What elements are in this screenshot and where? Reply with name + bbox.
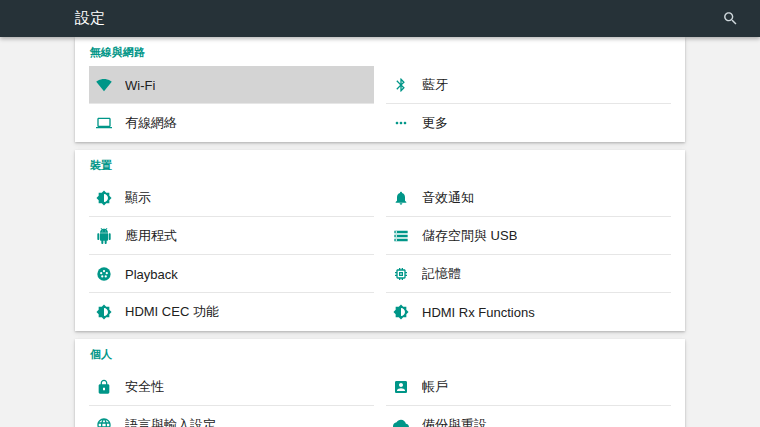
settings-item-label: 音效通知 [422, 189, 474, 207]
settings-item[interactable]: 帳戶 [386, 368, 671, 406]
search-button[interactable] [716, 5, 744, 33]
section-header: 無線與網路 [75, 37, 685, 66]
brightness-icon [96, 304, 112, 320]
cloud-backup-icon [393, 417, 409, 427]
settings-item[interactable]: 應用程式 [89, 217, 374, 255]
settings-item[interactable]: 有線網絡 [89, 104, 374, 142]
settings-item-label: 顯示 [125, 189, 151, 207]
settings-item-label: HDMI CEC 功能 [125, 303, 219, 321]
settings-item-label: 語言與輸入設定 [125, 416, 216, 427]
settings-item-label: 帳戶 [422, 378, 448, 396]
settings-item-label: 藍牙 [422, 76, 448, 94]
account-box-icon [393, 379, 409, 395]
settings-item[interactable]: 顯示 [89, 179, 374, 217]
section-header: 個人 [75, 339, 685, 368]
settings-item[interactable]: Playback [89, 255, 374, 293]
settings-list: 無線與網路Wi-Fi有線網絡藍牙更多裝置顯示應用程式PlaybackHDMI C… [0, 37, 760, 427]
settings-item[interactable]: 儲存空間與 USB [386, 217, 671, 255]
settings-item[interactable]: 記憶體 [386, 255, 671, 293]
section-header: 裝置 [75, 150, 685, 179]
settings-item-label: 儲存空間與 USB [422, 227, 517, 245]
settings-item-label: 有線網絡 [125, 114, 177, 132]
settings-card: 無線與網路Wi-Fi有線網絡藍牙更多 [75, 37, 685, 142]
section-column-right: 帳戶備份與重設 [386, 368, 671, 427]
section-grid: 顯示應用程式PlaybackHDMI CEC 功能音效通知儲存空間與 USB記憶… [75, 179, 685, 331]
section-grid: 安全性語言與輸入設定帳戶備份與重設 [75, 368, 685, 427]
laptop-icon [96, 115, 112, 131]
settings-item[interactable]: 音效通知 [386, 179, 671, 217]
settings-card: 裝置顯示應用程式PlaybackHDMI CEC 功能音效通知儲存空間與 USB… [75, 150, 685, 331]
brightness-icon [393, 304, 409, 320]
section-grid: Wi-Fi有線網絡藍牙更多 [75, 66, 685, 142]
section-column-right: 藍牙更多 [386, 66, 671, 142]
settings-item-label: 安全性 [125, 378, 164, 396]
section-column-left: 安全性語言與輸入設定 [89, 368, 374, 427]
memory-icon [393, 266, 409, 282]
settings-item[interactable]: 安全性 [89, 368, 374, 406]
settings-item-label: Wi-Fi [125, 78, 155, 93]
android-icon [96, 228, 112, 244]
settings-item[interactable]: Wi-Fi [89, 66, 374, 104]
settings-item-label: 更多 [422, 114, 448, 132]
bluetooth-icon [393, 77, 409, 93]
settings-card: 個人安全性語言與輸入設定帳戶備份與重設 [75, 339, 685, 427]
wifi-icon [96, 77, 112, 93]
settings-item[interactable]: 更多 [386, 104, 671, 142]
page-title: 設定 [75, 9, 716, 28]
app-bar: 設定 [0, 0, 760, 37]
brightness-icon [96, 190, 112, 206]
settings-item-label: 備份與重設 [422, 416, 487, 427]
settings-item[interactable]: HDMI Rx Functions [386, 293, 671, 331]
search-icon [722, 10, 739, 27]
more-horiz-icon [393, 115, 409, 131]
settings-item-label: 記憶體 [422, 265, 461, 283]
settings-item-label: HDMI Rx Functions [422, 305, 535, 320]
settings-item-label: 應用程式 [125, 227, 177, 245]
section-column-left: Wi-Fi有線網絡 [89, 66, 374, 142]
section-column-right: 音效通知儲存空間與 USB記憶體HDMI Rx Functions [386, 179, 671, 331]
settings-item-label: Playback [125, 267, 178, 282]
section-column-left: 顯示應用程式PlaybackHDMI CEC 功能 [89, 179, 374, 331]
lock-icon [96, 379, 112, 395]
settings-item[interactable]: 備份與重設 [386, 406, 671, 427]
film-reel-icon [96, 266, 112, 282]
settings-item[interactable]: 語言與輸入設定 [89, 406, 374, 427]
settings-item[interactable]: 藍牙 [386, 66, 671, 104]
bell-icon [393, 190, 409, 206]
storage-icon [393, 228, 409, 244]
globe-icon [96, 417, 112, 427]
settings-item[interactable]: HDMI CEC 功能 [89, 293, 374, 331]
